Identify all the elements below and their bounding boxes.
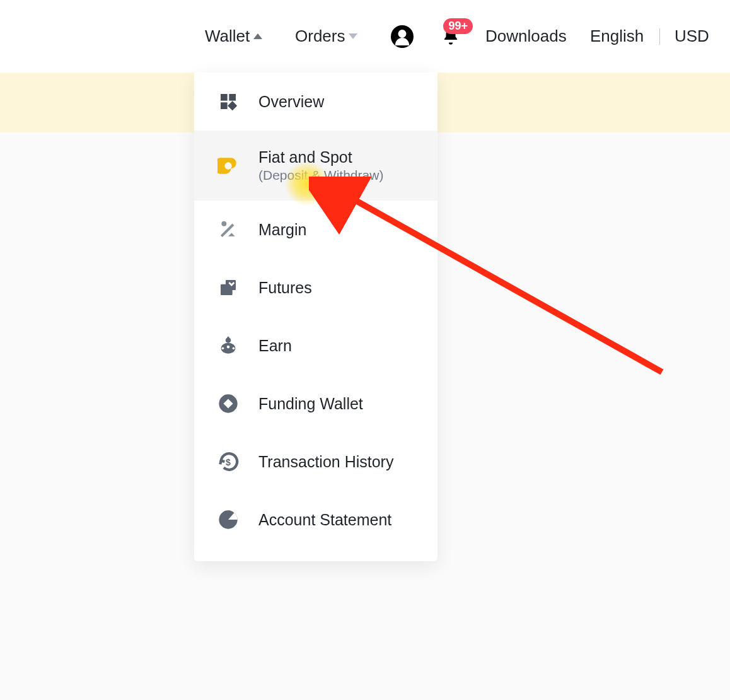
chevron-down-icon [349,33,357,39]
dropdown-item-label: Transaction History [258,453,393,471]
chevron-up-icon [253,33,262,39]
earn-icon [217,334,240,357]
dropdown-item-account-statement[interactable]: Account Statement [194,491,437,549]
svg-rect-2 [221,102,228,109]
dropdown-item-fiat-spot[interactable]: Fiat and Spot (Deposit & Withdraw) [194,131,437,201]
dropdown-item-sublabel: (Deposit & Withdraw) [258,168,383,183]
svg-rect-1 [229,94,236,101]
dropdown-item-label: Futures [258,279,312,297]
dropdown-item-futures[interactable]: Futures [194,259,437,317]
nav-language-label: English [590,26,644,46]
dropdown-item-margin[interactable]: Margin [194,201,437,259]
dropdown-item-label: Overview [258,93,324,111]
dropdown-item-overview[interactable]: Overview [194,73,437,131]
dropdown-item-funding-wallet[interactable]: Funding Wallet [194,375,437,433]
overview-icon [217,90,240,113]
svg-rect-13 [227,346,229,348]
dropdown-item-label: Earn [258,337,292,355]
nav-wallet[interactable]: Wallet [205,26,262,46]
dropdown-item-label: Fiat and Spot [258,148,383,166]
nav-currency[interactable]: USD [675,26,709,46]
svg-point-11 [222,347,224,349]
margin-icon [217,218,240,241]
nav-downloads[interactable]: Downloads [485,26,567,46]
notifications-button[interactable]: 99+ [441,27,460,46]
user-avatar-icon[interactable] [391,25,414,48]
nav-language[interactable]: English [590,26,644,46]
svg-point-12 [233,347,235,349]
dropdown-item-label: Margin [258,221,306,239]
account-statement-icon [217,508,240,531]
dropdown-item-earn[interactable]: Earn [194,317,437,375]
dropdown-item-label: Funding Wallet [258,395,363,413]
nav-downloads-label: Downloads [485,26,567,46]
funding-wallet-icon [217,392,240,415]
notifications-badge: 99+ [443,18,473,35]
dropdown-item-transaction-history[interactable]: $ Transaction History [194,433,437,491]
wallet-dropdown: Overview Fiat and Spot (Deposit & Withdr… [194,73,437,561]
svg-rect-0 [221,94,228,101]
svg-rect-3 [228,101,237,110]
transaction-history-icon: $ [217,450,240,473]
nav-currency-label: USD [675,26,709,46]
top-nav: Wallet Orders 99+ Downloads English USD [0,0,730,73]
svg-point-5 [221,221,226,226]
svg-rect-10 [228,337,229,339]
nav-divider [659,28,660,45]
nav-wallet-label: Wallet [205,26,250,46]
nav-orders[interactable]: Orders [295,26,357,46]
futures-icon [217,276,240,299]
nav-orders-label: Orders [295,26,345,46]
svg-point-4 [224,162,231,169]
dropdown-item-label: Account Statement [258,511,391,529]
svg-text:$: $ [226,457,231,467]
fiat-spot-icon [217,155,240,177]
